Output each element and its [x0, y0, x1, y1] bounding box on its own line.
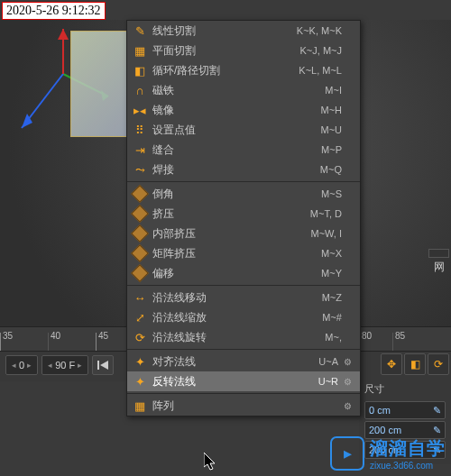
cube-icon	[127, 263, 152, 283]
menu-item-align-normals[interactable]: ✦对齐法线U~A⚙	[127, 352, 360, 371]
transform-tools: ✥ ◧ ⟳	[381, 353, 449, 375]
gear-icon[interactable]: ⚙	[342, 401, 353, 411]
stitch-icon: ⇥	[127, 140, 152, 160]
knife-icon: ✎	[127, 21, 152, 41]
cube-icon	[127, 184, 152, 204]
magnet-icon: ∩	[127, 80, 152, 100]
size-x-field[interactable]: 0 cm✎	[364, 401, 446, 419]
menu-item-inner-extrude[interactable]: 内部挤压M~W, I	[127, 224, 360, 243]
gear-icon[interactable]: ⚙	[342, 357, 353, 367]
menu-item-bevel[interactable]: 倒角M~S	[127, 184, 360, 204]
normals-icon: ✦	[127, 371, 152, 391]
menu-item-magnet[interactable]: ∩磁铁M~I	[127, 80, 360, 100]
right-tab-mesh[interactable]: 网	[428, 249, 449, 258]
rotate-tool-icon[interactable]: ⟳	[428, 353, 449, 375]
normals-icon: ✦	[127, 352, 152, 371]
start-frame-field[interactable]: ◂0▸	[5, 355, 38, 375]
menu-item-extrude[interactable]: 挤压M~T, D	[127, 204, 360, 224]
watermark: ▸ 溜溜自学 zixue.3d66.com	[330, 436, 446, 471]
svg-marker-8	[204, 453, 215, 470]
scene-object-plane[interactable]	[70, 31, 132, 137]
timeline-tick: 80	[359, 333, 392, 351]
menu-item-matrix-extrude[interactable]: 矩阵挤压M~X	[127, 243, 360, 263]
svg-marker-7	[100, 361, 108, 370]
weld-icon: ⤳	[127, 160, 152, 179]
menu-item-array[interactable]: ▦阵列⚙	[127, 396, 360, 416]
menu-item-mirror[interactable]: ▸◂镜像M~H	[127, 100, 360, 120]
play-icon: ▸	[330, 436, 364, 471]
timeline-tick: 40	[48, 333, 96, 351]
watermark-title: 溜溜自学	[370, 436, 446, 461]
move-icon: ↔	[127, 288, 152, 307]
menu-item-scale-normal[interactable]: ⤢沿法线缩放M~#	[127, 307, 360, 327]
timeline-tick: 35	[0, 333, 48, 351]
menu-separator	[127, 181, 360, 182]
scale-tool-icon[interactable]: ◧	[404, 353, 426, 375]
gear-icon[interactable]: ⚙	[342, 377, 353, 387]
menu-item-stitch[interactable]: ⇥缝合M~P	[127, 140, 360, 160]
rotate-icon: ⟳	[127, 327, 152, 347]
menu-item-weld[interactable]: ⤳焊接M~Q	[127, 160, 360, 179]
plane-icon: ▦	[127, 41, 152, 60]
timeline-ruler-right[interactable]: 80 85	[359, 326, 451, 351]
current-frame-field[interactable]: ◂90 F▸	[41, 355, 88, 375]
menu-separator	[127, 393, 360, 394]
mirror-icon: ▸◂	[127, 100, 152, 120]
menu-item-move-normal[interactable]: ↔沿法线移动M~Z	[127, 288, 360, 307]
svg-marker-5	[58, 29, 69, 40]
goto-start-button[interactable]	[92, 355, 114, 375]
menu-item-plane-cut[interactable]: ▦平面切割K~J, M~J	[127, 41, 360, 60]
menu-item-offset[interactable]: 偏移M~Y	[127, 263, 360, 283]
cube-icon	[127, 224, 152, 243]
scale-icon: ⤢	[127, 307, 152, 327]
cube-icon	[127, 243, 152, 263]
menu-item-rotate-normal[interactable]: ⟳沿法线旋转M~,	[127, 327, 360, 347]
menu-item-reverse-normals[interactable]: ✦反转法线U~R⚙	[127, 371, 360, 391]
size-label: 尺寸	[359, 379, 451, 399]
menu-item-line-cut[interactable]: ✎线性切割K~K, M~K	[127, 21, 360, 41]
watermark-url: zixue.3d66.com	[370, 461, 446, 471]
timestamp-box: 2020-5-26 9:12:32	[2, 2, 106, 20]
array-icon: ▦	[127, 396, 152, 416]
timeline-tick: 85	[392, 333, 426, 351]
menu-item-set-point[interactable]: ⠿设置点值M~U	[127, 120, 360, 140]
mouse-cursor	[204, 453, 220, 472]
menu-separator	[127, 285, 360, 286]
cube-icon	[127, 204, 152, 224]
move-tool-icon[interactable]: ✥	[381, 353, 402, 375]
points-icon: ⠿	[127, 120, 152, 140]
menu-separator	[127, 349, 360, 350]
loop-icon: ◧	[127, 60, 152, 80]
svg-rect-6	[97, 361, 99, 370]
menu-item-loop-cut[interactable]: ◧循环/路径切割K~L, M~L	[127, 60, 360, 80]
context-menu: ✎线性切割K~K, M~K ▦平面切割K~J, M~J ◧循环/路径切割K~L,…	[126, 20, 361, 416]
